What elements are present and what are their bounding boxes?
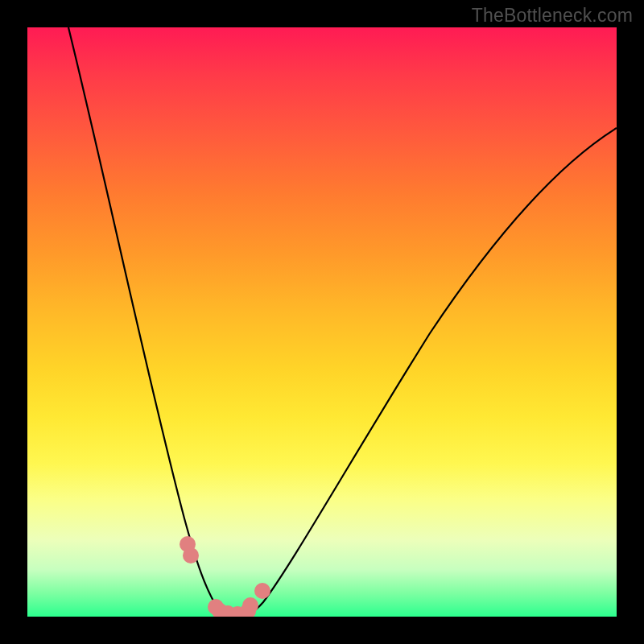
marker-dots: [180, 536, 270, 617]
plot-area: [27, 27, 617, 617]
marker-layer: [27, 27, 617, 617]
chart-container: TheBottleneck.com: [0, 0, 644, 644]
watermark-text: TheBottleneck.com: [472, 5, 633, 27]
marker-dot: [183, 547, 199, 564]
marker-dot: [242, 597, 258, 613]
marker-dot: [254, 583, 270, 599]
